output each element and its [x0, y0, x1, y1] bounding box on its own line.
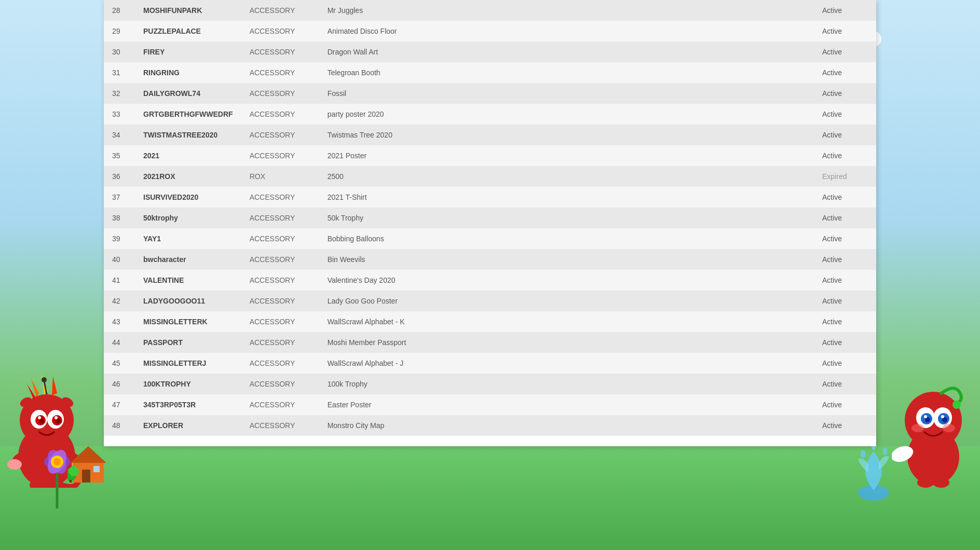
- row-type: ACCESSORY: [241, 332, 319, 353]
- svg-point-54: [861, 450, 866, 458]
- row-name: Mr Juggles: [319, 0, 814, 21]
- row-code: ISURVIVED2020: [135, 187, 241, 208]
- row-status: Active: [814, 270, 876, 291]
- row-code: GRTGBERTHGFWWEDRF: [135, 104, 241, 125]
- row-name: Lady Goo Goo Poster: [319, 291, 814, 311]
- row-name: party poster 2020: [319, 104, 814, 125]
- row-status: Active: [814, 83, 876, 104]
- row-number: 42: [104, 291, 135, 311]
- row-status: Active: [814, 291, 876, 311]
- row-name: WallScrawl Alphabet - K: [319, 311, 814, 332]
- codes-table: 28MOSHIFUNPARKACCESSORYMr JugglesActive2…: [104, 0, 876, 436]
- row-number: 34: [104, 125, 135, 145]
- table-row: 362021ROXROX2500Expired: [104, 166, 876, 187]
- row-type: ACCESSORY: [241, 249, 319, 270]
- table-row: 47345T3RP05T3RACCESSORYEaster PosterActi…: [104, 394, 876, 415]
- row-type: ACCESSORY: [241, 228, 319, 249]
- table-row: 352021ACCESSORY2021 PosterActive: [104, 145, 876, 166]
- row-name: Monstro City Map: [319, 415, 814, 436]
- svg-point-39: [952, 401, 961, 409]
- svg-point-12: [38, 416, 41, 419]
- row-number: 32: [104, 83, 135, 104]
- row-number: 28: [104, 0, 135, 21]
- row-status: Active: [814, 394, 876, 415]
- table-row: 39YAY1ACCESSORYBobbing BalloonsActive: [104, 228, 876, 249]
- row-status: Active: [814, 21, 876, 42]
- table-row: 45MISSINGLETTERJACCESSORYWallScrawl Alph…: [104, 353, 876, 374]
- row-status: Active: [814, 311, 876, 332]
- row-name: Bin Weevils: [319, 249, 814, 270]
- row-code: 345T3RP05T3R: [135, 394, 241, 415]
- row-number: 30: [104, 42, 135, 62]
- row-number: 47: [104, 394, 135, 415]
- row-status: Active: [814, 374, 876, 394]
- row-code: FIREY: [135, 42, 241, 62]
- row-number: 39: [104, 228, 135, 249]
- row-name: WallScrawl Alphabet - J: [319, 353, 814, 374]
- row-name: Animated Disco Floor: [319, 21, 814, 42]
- row-code: TWISTMASTREE2020: [135, 125, 241, 145]
- row-code: 2021: [135, 145, 241, 166]
- row-number: 40: [104, 249, 135, 270]
- row-type: ACCESSORY: [241, 62, 319, 83]
- row-code: VALENTINE: [135, 270, 241, 291]
- ground: [0, 446, 980, 550]
- row-number: 33: [104, 104, 135, 125]
- table-row: 46100KTROPHYACCESSORY100k TrophyActive: [104, 374, 876, 394]
- row-status: Active: [814, 104, 876, 125]
- table-row: 42LADYGOOGOO11ACCESSORYLady Goo Goo Post…: [104, 291, 876, 311]
- table-row: 32DAILYGROWL74ACCESSORYFossilActive: [104, 83, 876, 104]
- row-number: 45: [104, 353, 135, 374]
- row-name: Moshi Member Passport: [319, 332, 814, 353]
- row-status: Active: [814, 0, 876, 21]
- row-type: ACCESSORY: [241, 374, 319, 394]
- row-status: Expired: [814, 166, 876, 187]
- row-number: 44: [104, 332, 135, 353]
- row-status: Active: [814, 125, 876, 145]
- svg-point-23: [42, 377, 47, 382]
- row-type: ACCESSORY: [241, 83, 319, 104]
- row-type: ACCESSORY: [241, 21, 319, 42]
- row-type: ACCESSORY: [241, 270, 319, 291]
- row-status: Active: [814, 415, 876, 436]
- row-name: Telegroan Booth: [319, 62, 814, 83]
- row-type: ACCESSORY: [241, 415, 319, 436]
- row-code: EXPLORER: [135, 415, 241, 436]
- svg-point-49: [943, 424, 955, 432]
- blue-splash: [853, 441, 894, 503]
- purple-flower: [29, 446, 86, 508]
- row-type: ACCESSORY: [241, 104, 319, 125]
- svg-point-55: [883, 448, 887, 455]
- svg-point-51: [917, 477, 934, 488]
- row-type: ACCESSORY: [241, 145, 319, 166]
- row-type: ACCESSORY: [241, 394, 319, 415]
- svg-point-47: [941, 415, 944, 418]
- row-name: Valentine's Day 2020: [319, 270, 814, 291]
- row-type: ACCESSORY: [241, 353, 319, 374]
- row-number: 36: [104, 166, 135, 187]
- row-status: Active: [814, 145, 876, 166]
- row-name: Easter Poster: [319, 394, 814, 415]
- row-number: 29: [104, 21, 135, 42]
- table-row: 48EXPLORERACCESSORYMonstro City MapActiv…: [104, 415, 876, 436]
- row-type: ACCESSORY: [241, 311, 319, 332]
- row-number: 43: [104, 311, 135, 332]
- row-name: Bobbing Balloons: [319, 228, 814, 249]
- row-code: MOSHIFUNPARK: [135, 0, 241, 21]
- character-right: [892, 374, 975, 488]
- row-status: Active: [814, 62, 876, 83]
- row-name: Twistmas Tree 2020: [319, 125, 814, 145]
- row-status: Active: [814, 42, 876, 62]
- row-number: 37: [104, 187, 135, 208]
- row-code: bwcharacter: [135, 249, 241, 270]
- row-code: MISSINGLETTERJ: [135, 353, 241, 374]
- row-number: 48: [104, 415, 135, 436]
- row-status: Active: [814, 228, 876, 249]
- row-code: PASSPORT: [135, 332, 241, 353]
- table-row: 40bwcharacterACCESSORYBin WeevilsActive: [104, 249, 876, 270]
- row-type: ACCESSORY: [241, 187, 319, 208]
- row-code: 2021ROX: [135, 166, 241, 187]
- row-status: Active: [814, 208, 876, 228]
- svg-point-13: [55, 416, 58, 419]
- table-row: 33GRTGBERTHGFWWEDRFACCESSORYparty poster…: [104, 104, 876, 125]
